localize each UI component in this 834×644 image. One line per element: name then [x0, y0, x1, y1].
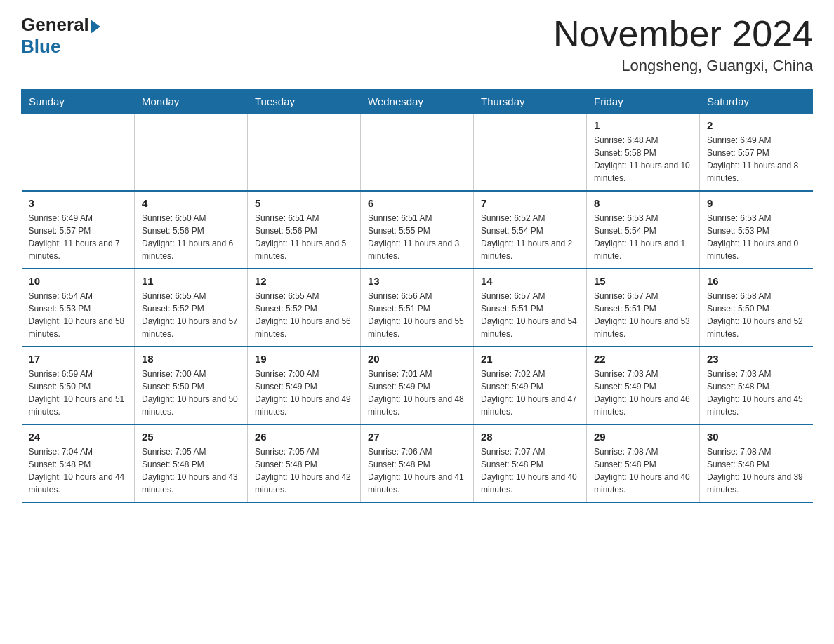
- calendar-table: SundayMondayTuesdayWednesdayThursdayFrid…: [21, 89, 813, 503]
- day-info: Sunrise: 6:49 AM Sunset: 5:57 PM Dayligh…: [707, 134, 806, 185]
- day-info: Sunrise: 6:49 AM Sunset: 5:57 PM Dayligh…: [29, 212, 128, 262]
- calendar-cell: 24Sunrise: 7:04 AM Sunset: 5:48 PM Dayli…: [22, 424, 135, 502]
- logo-arrow-icon: [91, 20, 100, 34]
- calendar-cell: 13Sunrise: 6:56 AM Sunset: 5:51 PM Dayli…: [361, 269, 474, 347]
- day-info: Sunrise: 6:56 AM Sunset: 5:51 PM Dayligh…: [368, 290, 466, 340]
- day-number: 16: [707, 275, 806, 287]
- day-number: 11: [142, 275, 240, 287]
- day-number: 29: [594, 431, 692, 443]
- calendar-cell: [22, 114, 135, 192]
- day-info: Sunrise: 6:52 AM Sunset: 5:54 PM Dayligh…: [481, 212, 579, 262]
- page-header: General Blue November 2024 Longsheng, Gu…: [21, 14, 813, 75]
- day-info: Sunrise: 6:57 AM Sunset: 5:51 PM Dayligh…: [481, 290, 579, 340]
- day-number: 22: [594, 353, 692, 365]
- calendar-cell: 12Sunrise: 6:55 AM Sunset: 5:52 PM Dayli…: [248, 269, 361, 347]
- calendar-cell: 7Sunrise: 6:52 AM Sunset: 5:54 PM Daylig…: [474, 191, 587, 269]
- day-info: Sunrise: 7:07 AM Sunset: 5:48 PM Dayligh…: [481, 445, 579, 496]
- day-number: 27: [368, 431, 466, 443]
- calendar-week-row: 1Sunrise: 6:48 AM Sunset: 5:58 PM Daylig…: [22, 114, 813, 192]
- day-number: 13: [368, 275, 466, 287]
- day-info: Sunrise: 6:54 AM Sunset: 5:53 PM Dayligh…: [29, 290, 128, 340]
- day-number: 1: [594, 119, 692, 131]
- day-of-week-header: Friday: [587, 90, 700, 114]
- day-of-week-header: Saturday: [700, 90, 813, 114]
- calendar-cell: 8Sunrise: 6:53 AM Sunset: 5:54 PM Daylig…: [587, 191, 700, 269]
- calendar-cell: 30Sunrise: 7:08 AM Sunset: 5:48 PM Dayli…: [700, 424, 813, 502]
- day-number: 4: [142, 197, 240, 209]
- calendar-cell: 29Sunrise: 7:08 AM Sunset: 5:48 PM Dayli…: [587, 424, 700, 502]
- calendar-cell: 17Sunrise: 6:59 AM Sunset: 5:50 PM Dayli…: [22, 347, 135, 424]
- day-number: 7: [481, 197, 579, 209]
- day-info: Sunrise: 6:59 AM Sunset: 5:50 PM Dayligh…: [29, 368, 128, 418]
- day-info: Sunrise: 6:53 AM Sunset: 5:53 PM Dayligh…: [707, 212, 806, 262]
- calendar-cell: 1Sunrise: 6:48 AM Sunset: 5:58 PM Daylig…: [587, 114, 700, 192]
- day-of-week-header: Monday: [135, 90, 248, 114]
- calendar-cell: 6Sunrise: 6:51 AM Sunset: 5:55 PM Daylig…: [361, 191, 474, 269]
- calendar-header: SundayMondayTuesdayWednesdayThursdayFrid…: [22, 90, 813, 114]
- day-info: Sunrise: 6:55 AM Sunset: 5:52 PM Dayligh…: [255, 290, 353, 340]
- day-info: Sunrise: 6:58 AM Sunset: 5:50 PM Dayligh…: [707, 290, 806, 340]
- logo-blue-text: Blue: [21, 36, 60, 58]
- day-info: Sunrise: 7:08 AM Sunset: 5:48 PM Dayligh…: [594, 445, 692, 496]
- day-info: Sunrise: 7:06 AM Sunset: 5:48 PM Dayligh…: [368, 445, 466, 496]
- calendar-cell: 22Sunrise: 7:03 AM Sunset: 5:49 PM Dayli…: [587, 347, 700, 424]
- day-info: Sunrise: 7:03 AM Sunset: 5:48 PM Dayligh…: [707, 368, 806, 418]
- calendar-cell: [361, 114, 474, 192]
- day-number: 23: [707, 353, 806, 365]
- day-number: 19: [255, 353, 353, 365]
- day-number: 6: [368, 197, 466, 209]
- calendar-cell: 2Sunrise: 6:49 AM Sunset: 5:57 PM Daylig…: [700, 114, 813, 192]
- calendar-cell: 25Sunrise: 7:05 AM Sunset: 5:48 PM Dayli…: [135, 424, 248, 502]
- day-number: 18: [142, 353, 240, 365]
- day-number: 14: [481, 275, 579, 287]
- calendar-cell: 10Sunrise: 6:54 AM Sunset: 5:53 PM Dayli…: [22, 269, 135, 347]
- day-info: Sunrise: 6:55 AM Sunset: 5:52 PM Dayligh…: [142, 290, 240, 340]
- day-info: Sunrise: 6:50 AM Sunset: 5:56 PM Dayligh…: [142, 212, 240, 262]
- day-of-week-header: Thursday: [474, 90, 587, 114]
- day-number: 20: [368, 353, 466, 365]
- day-info: Sunrise: 7:08 AM Sunset: 5:48 PM Dayligh…: [707, 445, 806, 496]
- calendar-title: November 2024: [553, 14, 813, 54]
- calendar-cell: 18Sunrise: 7:00 AM Sunset: 5:50 PM Dayli…: [135, 347, 248, 424]
- day-number: 25: [142, 431, 240, 443]
- calendar-cell: 5Sunrise: 6:51 AM Sunset: 5:56 PM Daylig…: [248, 191, 361, 269]
- logo: General Blue: [21, 14, 100, 58]
- day-of-week-header: Sunday: [22, 90, 135, 114]
- calendar-week-row: 24Sunrise: 7:04 AM Sunset: 5:48 PM Dayli…: [22, 424, 813, 502]
- calendar-cell: 19Sunrise: 7:00 AM Sunset: 5:49 PM Dayli…: [248, 347, 361, 424]
- calendar-cell: [248, 114, 361, 192]
- day-number: 10: [29, 275, 128, 287]
- calendar-cell: 4Sunrise: 6:50 AM Sunset: 5:56 PM Daylig…: [135, 191, 248, 269]
- calendar-cell: [135, 114, 248, 192]
- day-info: Sunrise: 7:00 AM Sunset: 5:49 PM Dayligh…: [255, 368, 353, 418]
- day-info: Sunrise: 6:51 AM Sunset: 5:56 PM Dayligh…: [255, 212, 353, 262]
- day-info: Sunrise: 7:01 AM Sunset: 5:49 PM Dayligh…: [368, 368, 466, 418]
- day-number: 30: [707, 431, 806, 443]
- days-of-week-row: SundayMondayTuesdayWednesdayThursdayFrid…: [22, 90, 813, 114]
- calendar-cell: [474, 114, 587, 192]
- day-number: 17: [29, 353, 128, 365]
- title-block: November 2024 Longsheng, Guangxi, China: [553, 14, 813, 75]
- calendar-week-row: 10Sunrise: 6:54 AM Sunset: 5:53 PM Dayli…: [22, 269, 813, 347]
- calendar-week-row: 3Sunrise: 6:49 AM Sunset: 5:57 PM Daylig…: [22, 191, 813, 269]
- calendar-cell: 3Sunrise: 6:49 AM Sunset: 5:57 PM Daylig…: [22, 191, 135, 269]
- calendar-cell: 16Sunrise: 6:58 AM Sunset: 5:50 PM Dayli…: [700, 269, 813, 347]
- day-info: Sunrise: 7:05 AM Sunset: 5:48 PM Dayligh…: [255, 445, 353, 496]
- day-number: 26: [255, 431, 353, 443]
- day-number: 24: [29, 431, 128, 443]
- day-number: 21: [481, 353, 579, 365]
- calendar-week-row: 17Sunrise: 6:59 AM Sunset: 5:50 PM Dayli…: [22, 347, 813, 424]
- day-of-week-header: Wednesday: [361, 90, 474, 114]
- day-info: Sunrise: 6:53 AM Sunset: 5:54 PM Dayligh…: [594, 212, 692, 262]
- day-info: Sunrise: 7:00 AM Sunset: 5:50 PM Dayligh…: [142, 368, 240, 418]
- calendar-cell: 20Sunrise: 7:01 AM Sunset: 5:49 PM Dayli…: [361, 347, 474, 424]
- day-info: Sunrise: 7:02 AM Sunset: 5:49 PM Dayligh…: [481, 368, 579, 418]
- calendar-body: 1Sunrise: 6:48 AM Sunset: 5:58 PM Daylig…: [22, 114, 813, 503]
- calendar-subtitle: Longsheng, Guangxi, China: [553, 57, 813, 75]
- day-number: 3: [29, 197, 128, 209]
- day-info: Sunrise: 7:03 AM Sunset: 5:49 PM Dayligh…: [594, 368, 692, 418]
- calendar-cell: 26Sunrise: 7:05 AM Sunset: 5:48 PM Dayli…: [248, 424, 361, 502]
- day-info: Sunrise: 7:04 AM Sunset: 5:48 PM Dayligh…: [29, 445, 128, 496]
- day-number: 9: [707, 197, 806, 209]
- calendar-cell: 23Sunrise: 7:03 AM Sunset: 5:48 PM Dayli…: [700, 347, 813, 424]
